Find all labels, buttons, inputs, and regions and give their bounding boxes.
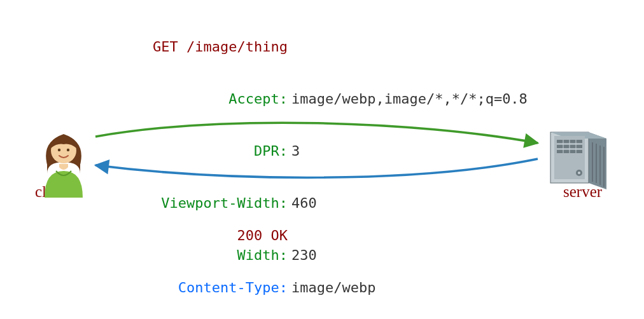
request-header-value: 3	[291, 141, 300, 161]
server-tower-icon	[544, 111, 611, 178]
svg-point-14	[578, 172, 580, 174]
request-line: GET /image/thing	[116, 37, 291, 57]
svg-point-2	[67, 149, 69, 151]
response-header-key: Content-Type:	[116, 278, 291, 298]
response-header-value: image/webp	[291, 278, 375, 298]
svg-point-1	[58, 149, 60, 151]
client-person-icon	[35, 113, 92, 183]
response-block: 200 OK Content-Type: image/webp Content-…	[116, 194, 443, 319]
response-line: 200 OK	[116, 226, 291, 246]
request-header-key: Accept:	[116, 89, 291, 109]
request-header-value: image/webp,image/*,*/*;q=0.8	[291, 89, 528, 109]
request-header-key: DPR:	[116, 141, 291, 161]
